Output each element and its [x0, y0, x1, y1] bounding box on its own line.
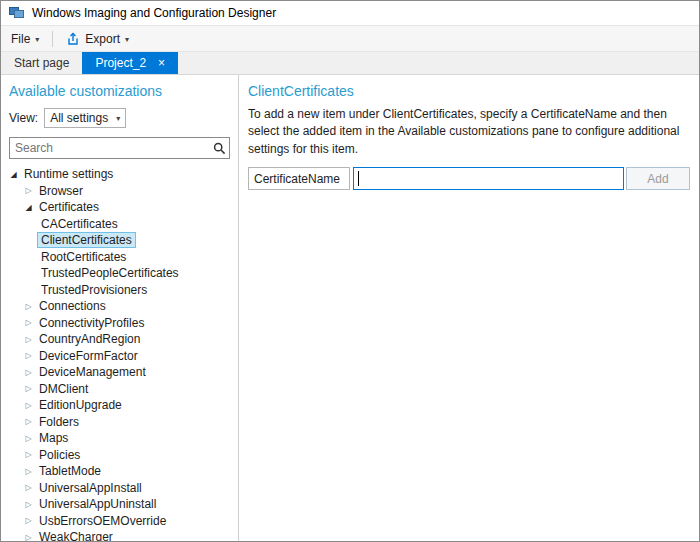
chevron-down-icon: ▾ — [116, 114, 120, 123]
tree-item-label: Folders — [35, 414, 83, 430]
tab-label: Project_2 — [95, 56, 146, 70]
tree-item-label: TrustedPeopleCertificates — [37, 265, 183, 281]
add-button[interactable]: Add — [626, 167, 690, 190]
tree-item-label: ConnectivityProfiles — [35, 315, 148, 331]
search-icon[interactable] — [209, 142, 229, 155]
tree-item-label: DeviceFormFactor — [35, 348, 142, 364]
expand-icon[interactable]: ▷ — [22, 318, 35, 327]
search-input[interactable] — [10, 141, 209, 155]
detail-description: To add a new item under ClientCertificat… — [248, 106, 690, 158]
export-menu-label: Export — [85, 32, 120, 46]
tab-project-2[interactable]: Project_2 × — [82, 52, 178, 74]
customizations-tree: ◢Runtime settings▷Browser◢CertificatesCA… — [1, 166, 238, 541]
tree-item[interactable]: ▷Maps — [1, 430, 238, 447]
expand-icon[interactable]: ▷ — [22, 516, 35, 525]
main-content: Available customizations View: All setti… — [1, 75, 699, 541]
tree-item[interactable]: ▷TabletMode — [1, 463, 238, 480]
file-menu[interactable]: File ▾ — [1, 26, 49, 51]
tree-item[interactable]: ▷ConnectivityProfiles — [1, 315, 238, 332]
tree-item-label: Runtime settings — [20, 166, 117, 182]
expand-icon[interactable]: ▷ — [22, 500, 35, 509]
tree-item[interactable]: ▷DeviceManagement — [1, 364, 238, 381]
tree-item[interactable]: ▷WeakCharger — [1, 529, 238, 541]
tree-item[interactable]: ▷UniversalAppUninstall — [1, 496, 238, 513]
available-customizations-heading: Available customizations — [9, 83, 230, 99]
tree-item[interactable]: TrustedProvisioners — [1, 282, 238, 299]
tree-item[interactable]: ◢Runtime settings — [1, 166, 238, 183]
tree-item-label: CountryAndRegion — [35, 331, 144, 347]
tree-item-label: Maps — [35, 430, 72, 446]
expand-icon[interactable]: ▷ — [22, 401, 35, 410]
certificate-form-row: CertificateName Add — [248, 167, 690, 190]
tab-label: Start page — [14, 56, 69, 70]
close-icon[interactable]: × — [158, 57, 165, 69]
tree-item[interactable]: ▷Policies — [1, 447, 238, 464]
expand-icon[interactable]: ▷ — [22, 467, 35, 476]
tree-item-label: EditionUpgrade — [35, 397, 126, 413]
details-panel: ClientCertificates To add a new item und… — [239, 75, 699, 541]
tree-item-label: RootCertificates — [37, 249, 130, 265]
tree-item[interactable]: ▷DMClient — [1, 381, 238, 398]
expand-icon[interactable]: ▷ — [22, 533, 35, 541]
tab-bar: Start page Project_2 × — [1, 52, 699, 75]
expand-icon[interactable]: ▷ — [22, 483, 35, 492]
tree-item-label: CACertificates — [37, 216, 122, 232]
collapse-icon[interactable]: ◢ — [7, 170, 20, 179]
tree-item[interactable]: ▷UniversalAppInstall — [1, 480, 238, 497]
tree-item-label: TrustedProvisioners — [37, 282, 151, 298]
expand-icon[interactable]: ▷ — [22, 434, 35, 443]
tree-item-label: UsbErrorsOEMOverride — [35, 513, 170, 529]
tree-item[interactable]: ▷Folders — [1, 414, 238, 431]
tree-item-label: ClientCertificates — [37, 232, 136, 248]
text-caret — [358, 171, 359, 186]
tree-item[interactable]: ClientCertificates — [1, 232, 238, 249]
expand-icon[interactable]: ▷ — [22, 351, 35, 360]
view-label: View: — [9, 111, 38, 125]
tree-item[interactable]: ◢Certificates — [1, 199, 238, 216]
view-row: View: All settings ▾ — [9, 108, 230, 128]
tree-item-label: WeakCharger — [35, 529, 117, 541]
window-title: Windows Imaging and Configuration Design… — [32, 6, 276, 20]
tree-item-label: Certificates — [35, 199, 103, 215]
tree-item[interactable]: ▷Browser — [1, 183, 238, 200]
expand-icon[interactable]: ▷ — [22, 335, 35, 344]
chevron-down-icon: ▾ — [35, 35, 39, 44]
certificate-name-input-wrap — [353, 167, 624, 190]
expand-icon[interactable]: ▷ — [22, 302, 35, 311]
search-box — [9, 137, 230, 159]
tree-item-label: Connections — [35, 298, 110, 314]
chevron-down-icon: ▾ — [125, 35, 129, 44]
tree-item[interactable]: TrustedPeopleCertificates — [1, 265, 238, 282]
tree-item[interactable]: ▷Connections — [1, 298, 238, 315]
export-menu[interactable]: Export ▾ — [56, 26, 139, 51]
tree-item[interactable]: RootCertificates — [1, 249, 238, 266]
export-icon — [66, 32, 80, 46]
tree-item-label: UniversalAppInstall — [35, 480, 146, 496]
expand-icon[interactable]: ▷ — [22, 186, 35, 195]
tree-item-label: UniversalAppUninstall — [35, 496, 160, 512]
menu-separator — [52, 31, 53, 47]
menu-bar: File ▾ Export ▾ — [1, 25, 699, 52]
expand-icon[interactable]: ▷ — [22, 417, 35, 426]
tree-item[interactable]: CACertificates — [1, 216, 238, 233]
available-customizations-panel: Available customizations View: All setti… — [1, 75, 239, 541]
certificate-name-label: CertificateName — [248, 167, 350, 190]
expand-icon[interactable]: ▷ — [22, 368, 35, 377]
tree-item-label: Policies — [35, 447, 84, 463]
view-dropdown-value: All settings — [50, 111, 108, 125]
tree-item[interactable]: ▷DeviceFormFactor — [1, 348, 238, 365]
collapse-icon[interactable]: ◢ — [22, 203, 35, 212]
expand-icon[interactable]: ▷ — [22, 384, 35, 393]
expand-icon[interactable]: ▷ — [22, 450, 35, 459]
tree-item-label: DMClient — [35, 381, 92, 397]
certificate-name-input[interactable] — [354, 168, 623, 189]
tab-start-page[interactable]: Start page — [1, 52, 82, 74]
tree-item-label: TabletMode — [35, 463, 105, 479]
tree-item[interactable]: ▷EditionUpgrade — [1, 397, 238, 414]
file-menu-label: File — [11, 32, 30, 46]
tree-item[interactable]: ▷CountryAndRegion — [1, 331, 238, 348]
tree-item[interactable]: ▷UsbErrorsOEMOverride — [1, 513, 238, 530]
detail-heading: ClientCertificates — [248, 83, 690, 99]
view-dropdown[interactable]: All settings ▾ — [44, 108, 126, 128]
title-bar: Windows Imaging and Configuration Design… — [1, 1, 699, 25]
